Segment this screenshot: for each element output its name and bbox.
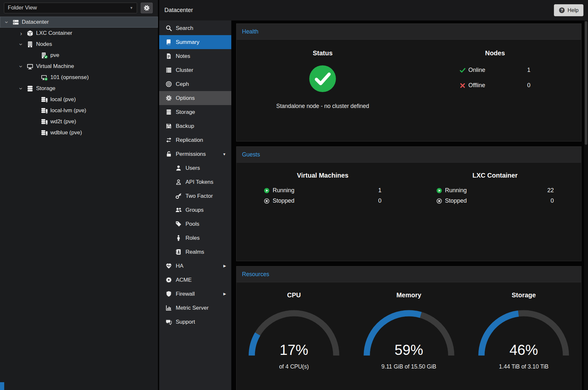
comments-icon [166,319,172,325]
menu-item-notes[interactable]: Notes [159,49,231,63]
tree-item-label: wdblue (pve) [50,129,82,136]
content-section: Datacenter ? Help SearchSummaryNotesClus… [159,0,588,390]
menu-item-label: Search [176,25,193,32]
storage-drive-icon [41,118,48,125]
note-icon [166,53,172,59]
status-value: 0 [551,197,554,204]
scrollbar-track[interactable] [584,20,588,390]
menu-item-backup[interactable]: Backup [159,119,231,133]
gear-icon [144,5,150,11]
collapse-icon[interactable]: › [18,41,24,47]
guest-status-row-running: Running22 [436,187,554,194]
menu-item-metric-server[interactable]: Metric Server [159,301,231,315]
gauge-percent: 17% [244,342,344,358]
node-online-icon [41,52,48,59]
tree-item-label: pve [50,52,59,59]
status-value: 0 [378,197,381,204]
tags-icon [175,221,182,227]
menu-item-groups[interactable]: Groups [159,203,231,217]
menu-item-search[interactable]: Search [159,21,231,35]
tree-item-label: 101 (opnsense) [50,74,89,81]
storage-drive-icon [41,96,48,103]
tree-item-local-pve[interactable]: ›local (pve) [0,94,158,105]
collapse-icon[interactable]: › [18,63,24,69]
guest-group-heading: LXC Container [409,172,582,179]
user-icon [175,165,182,171]
collapse-icon[interactable]: › [4,19,10,25]
guest-group-lxc-container: LXC ContainerRunning22Stopped0 [409,172,582,261]
tree-item-local-lvm-pve[interactable]: ›local-lvm (pve) [0,105,158,116]
menu-item-ha[interactable]: HA▶ [159,259,231,273]
menu-item-cluster[interactable]: Cluster [159,63,231,77]
tree-item-wdblue-pve[interactable]: ›wdblue (pve) [0,127,158,138]
tree-item-lxc-container[interactable]: ›LXC Container [0,28,158,39]
person-icon [175,235,182,241]
menu-item-two-factor[interactable]: Two Factor [159,189,231,203]
tree-item-label: wd2t (pve) [50,118,76,125]
guest-status-row-stopped: Stopped0 [436,197,554,204]
cluster-icon [166,67,172,73]
tree-item-storage[interactable]: ›Storage [0,83,158,94]
help-button[interactable]: ? Help [554,4,583,16]
expand-icon[interactable]: › [18,30,24,36]
menu-item-label: API Tokens [185,179,213,185]
menu-item-label: Options [176,95,195,101]
tree-item-101-opnsense[interactable]: ›101 (opnsense) [0,72,158,83]
menu-item-support[interactable]: Support [159,315,231,329]
storage-drive-icon [41,107,48,114]
status-value: 22 [547,187,554,194]
address-book-icon [175,249,182,255]
tree-settings-button[interactable] [141,3,153,13]
tree-item-virtual-machine[interactable]: ›Virtual Machine [0,61,158,72]
tree-bottom-accent [0,382,4,390]
menu-item-roles[interactable]: Roles [159,231,231,245]
status-value: 1 [378,187,381,194]
ceph-icon [166,81,172,87]
menu-item-label: Replication [176,137,203,143]
tree-item-datacenter[interactable]: ›Datacenter [0,17,158,28]
menu-item-permissions[interactable]: Permissions▼ [159,147,231,161]
health-status-column: Status Standalone node - no cluster defi… [236,49,409,141]
health-panel-title: Health [242,28,259,35]
nodes-heading: Nodes [409,49,582,57]
menu-item-label: Permissions [176,151,206,157]
chevron-down-icon: ▼ [223,152,226,156]
menu-item-pools[interactable]: Pools [159,217,231,231]
menu-item-label: Groups [185,207,204,213]
menu-item-label: HA [176,263,184,269]
content-body: SearchSummaryNotesClusterCephOptionsStor… [159,20,588,390]
collapse-icon[interactable]: › [18,86,24,91]
menu-item-label: Users [185,165,200,171]
users-icon [175,207,182,213]
view-mode-select[interactable]: Folder View ▼ [4,3,137,13]
content-header: Datacenter ? Help [159,0,588,20]
menu-item-options[interactable]: Options [159,91,231,105]
server-icon [12,19,19,26]
menu-item-realms[interactable]: Realms [159,245,231,259]
unlock-icon [166,151,172,157]
guests-panel: Guests Virtual MachinesRunning1Stopped0L… [236,146,582,261]
tree-item-wd2t-pve[interactable]: ›wd2t (pve) [0,116,158,127]
menu-item-api-tokens[interactable]: API Tokens [159,175,231,189]
tree-item-nodes[interactable]: ›Nodes [0,39,158,50]
status-label: Running [273,187,294,194]
menu-item-ceph[interactable]: Ceph [159,77,231,91]
tree-item-pve[interactable]: ›pve [0,50,158,61]
resources-panel-header: Resources [236,266,581,282]
menu-item-acme[interactable]: ACME [159,273,231,287]
menu-item-summary[interactable]: Summary [159,35,231,49]
menu-item-storage[interactable]: Storage [159,105,231,119]
tree-toolbar: Folder View ▼ [0,0,158,16]
menu-item-label: Notes [176,53,190,60]
database-icon [166,109,172,115]
gauge-memory: Memory59%9.11 GiB of 15.50 GiB [352,291,467,390]
scrollbar-thumb[interactable] [585,21,587,145]
stopped-icon [264,198,270,204]
menu-item-label: Pools [185,221,199,227]
stopped-icon [436,198,442,204]
check-icon [460,67,466,73]
menu-item-replication[interactable]: Replication [159,133,231,147]
menu-item-label: Storage [176,109,195,115]
menu-item-users[interactable]: Users [159,161,231,175]
menu-item-firewall[interactable]: Firewall▶ [159,287,231,301]
